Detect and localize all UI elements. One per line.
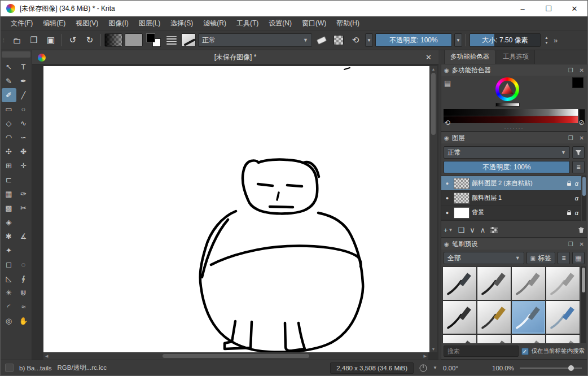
crop-tool[interactable]: ⊏	[2, 173, 16, 187]
tab-tool-options[interactable]: 工具选项	[497, 50, 535, 64]
blending-mode-dropdown[interactable]: 正常 ▼	[198, 33, 312, 47]
scroll-right-icon[interactable]: ▶	[424, 354, 427, 358]
minimize-button[interactable]: –	[510, 1, 536, 16]
document-close-icon[interactable]: ✕	[425, 53, 432, 62]
brush-grid-scroll-thumb[interactable]	[582, 268, 585, 292]
polygon-tool[interactable]: ◇	[2, 116, 16, 130]
brush-preset-9[interactable]	[443, 335, 476, 343]
brush-preset-8[interactable]	[546, 301, 580, 334]
ellipse-select-tool[interactable]: ◌	[16, 257, 31, 272]
add-layer-button[interactable]: +▼	[444, 226, 453, 234]
panel-resize-handle[interactable]: ·······	[441, 125, 587, 131]
brush-preset-6[interactable]	[477, 301, 511, 334]
color-wheel[interactable]	[495, 77, 519, 101]
bezier-curve-tool[interactable]: ◠	[2, 130, 16, 145]
opacity-caret[interactable]: ▼	[454, 33, 462, 47]
layer-blend-mode-dropdown[interactable]: 正常 ▼	[444, 146, 570, 159]
layer-row[interactable]: ●颜料图层 1α	[441, 191, 581, 206]
tag-button[interactable]: ▣ 标签	[526, 252, 555, 264]
inherit-alpha-icon[interactable]: α	[574, 209, 580, 216]
horizontal-scroll-thumb[interactable]	[163, 354, 309, 358]
menu-item-4[interactable]: 图层(L)	[134, 17, 165, 30]
toolbar-drag-handle[interactable]: ⁞	[3, 37, 7, 43]
vertical-scroll-thumb[interactable]	[431, 73, 436, 135]
layer-visibility-icon[interactable]: ●	[443, 195, 451, 201]
assistants-tool[interactable]: ✱	[2, 229, 16, 243]
close-docker-icon[interactable]: ✕	[580, 67, 584, 73]
brush-preset-1[interactable]	[443, 267, 476, 300]
text-tool[interactable]: T	[16, 60, 31, 74]
layer-visibility-icon[interactable]: ●	[443, 181, 451, 186]
rect-select-tool[interactable]: ◻	[2, 257, 16, 272]
menu-item-10[interactable]: 帮助(H)	[332, 17, 364, 30]
layer-row[interactable]: ●背景α	[441, 206, 581, 220]
float-docker-icon[interactable]: ❐	[568, 241, 573, 247]
zoom-slider[interactable]	[520, 364, 582, 372]
gradient-tool[interactable]: ▦	[2, 187, 16, 201]
layer-opacity-slider[interactable]: 不透明度: 100%	[444, 161, 570, 173]
pattern-selector[interactable]	[125, 33, 143, 47]
brush-preset-7[interactable]	[512, 301, 545, 334]
value-strip[interactable]	[495, 103, 520, 107]
preset-filter-dropdown[interactable]: 全部 ▼	[444, 252, 524, 264]
freehand-path-tool[interactable]: ∽	[16, 130, 31, 145]
vertical-scrollbar[interactable]: ▲ ▼	[429, 66, 437, 352]
toolbox-drag-handle[interactable]	[2, 51, 30, 58]
brush-grid-scrollbar[interactable]	[581, 266, 586, 343]
delete-layer-button[interactable]	[578, 226, 585, 234]
lock-icon[interactable]	[567, 210, 572, 216]
brush-preset-10[interactable]	[477, 335, 511, 343]
layer-docker-menu-button[interactable]: ≡	[572, 161, 585, 173]
brush-preset-2[interactable]	[477, 267, 511, 300]
lock-icon[interactable]	[567, 181, 572, 186]
freehand-select-tool[interactable]: ∮	[16, 272, 31, 286]
canvas-rotation-knob[interactable]	[419, 364, 427, 372]
maximize-button[interactable]: ☐	[536, 1, 561, 16]
scroll-down-icon[interactable]: ▼	[432, 347, 436, 351]
inherit-alpha-icon[interactable]: α	[574, 195, 580, 202]
tab-advanced-color-selector[interactable]: 多功能拾色器	[444, 50, 495, 64]
zoom-tool[interactable]: ◎	[2, 314, 16, 328]
brush-preset-5[interactable]	[443, 301, 476, 334]
float-docker-icon[interactable]: ❐	[568, 67, 573, 73]
gradient-bar-hue[interactable]	[444, 116, 578, 123]
statusbar-rotation-angle[interactable]: 0.00°	[443, 365, 458, 371]
brush-editor-button[interactable]	[164, 33, 179, 47]
brush-search-input[interactable]	[444, 346, 519, 357]
ellipse-tool[interactable]: ○	[16, 102, 31, 116]
preserve-alpha-button[interactable]	[331, 33, 346, 47]
menu-item-0[interactable]: 文件(F)	[6, 17, 37, 30]
horizontal-scrollbar[interactable]: ◀ ▶	[43, 352, 428, 360]
pan-tool[interactable]: ✋	[16, 314, 31, 328]
undo-button[interactable]: ↺	[65, 33, 80, 47]
line-tool[interactable]: ╱	[16, 88, 31, 102]
gradient-bar-value[interactable]	[444, 109, 578, 116]
move-tool[interactable]: ✛	[16, 159, 31, 173]
layer-visibility-icon[interactable]: ●	[443, 210, 451, 216]
layer-list-scroll-thumb[interactable]	[582, 177, 586, 196]
select-shapes-tool[interactable]: ↖	[2, 60, 16, 74]
inherit-alpha-icon[interactable]: α	[574, 180, 580, 187]
presets-view-mode-button[interactable]: ▦	[572, 252, 585, 264]
brush-preset-4[interactable]	[546, 267, 580, 300]
brush-preset-11[interactable]	[512, 335, 545, 343]
layer-filter-button[interactable]	[572, 146, 585, 159]
redo-button[interactable]: ↻	[82, 33, 97, 47]
polyline-tool[interactable]: ∿	[16, 116, 31, 130]
layer-list-scrollbar[interactable]	[582, 176, 586, 221]
scroll-left-icon[interactable]: ◀	[45, 354, 48, 358]
float-docker-icon[interactable]: ❐	[568, 135, 573, 141]
magnetic-select-tool[interactable]: ⋓	[16, 286, 31, 300]
menu-item-6[interactable]: 滤镜(R)	[199, 17, 231, 30]
edit-shapes-tool[interactable]: ✎	[2, 74, 16, 88]
move-layer-up-button[interactable]: ∧	[480, 226, 486, 234]
scroll-up-icon[interactable]: ▲	[432, 67, 436, 71]
brush-preset-3[interactable]	[512, 267, 545, 300]
eraser-mode-button[interactable]	[314, 33, 329, 47]
color-sampler-tool[interactable]: ✑	[16, 187, 31, 201]
statusbar-zoom-level[interactable]: 100.0%	[492, 365, 514, 371]
foreground-color-swatch[interactable]	[146, 33, 155, 42]
color-history-icon[interactable]: ▤	[444, 79, 451, 88]
new-document-button[interactable]: 🗀	[10, 33, 24, 47]
menu-item-5[interactable]: 选择(S)	[166, 17, 198, 30]
